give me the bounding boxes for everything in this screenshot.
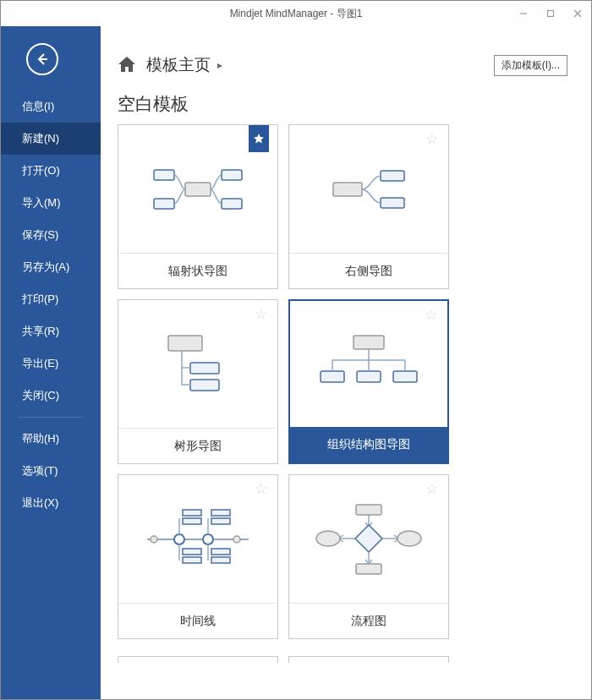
section-title: 空白模板 — [118, 92, 574, 116]
svg-rect-30 — [183, 557, 201, 563]
svg-rect-8 — [222, 170, 242, 180]
add-template-button[interactable]: 添加模板(I)... — [494, 55, 567, 76]
window-controls — [510, 1, 591, 26]
svg-rect-6 — [154, 170, 174, 180]
sidebar: 信息(I)新建(N)打开(O)导入(M)保存(S)另存为(A)打印(P)共享(R… — [1, 26, 101, 699]
svg-rect-40 — [356, 564, 381, 574]
svg-rect-1 — [548, 11, 554, 17]
svg-rect-12 — [381, 198, 404, 208]
svg-point-38 — [316, 531, 340, 546]
back-button[interactable] — [26, 43, 58, 75]
template-label: 组织结构图导图 — [290, 427, 447, 462]
svg-rect-32 — [211, 510, 230, 516]
template-preview-icon — [289, 125, 448, 253]
sidebar-item-8[interactable]: 导出(E) — [1, 347, 101, 380]
home-icon[interactable] — [118, 56, 136, 73]
sidebar-item-0[interactable]: 信息(I) — [1, 90, 101, 123]
template-card-radial[interactable]: 辐射状导图 — [118, 124, 278, 289]
template-card-peek[interactable] — [288, 656, 449, 663]
close-button[interactable] — [564, 1, 591, 26]
sidebar-bottom-item-1[interactable]: 选项(T) — [1, 455, 101, 487]
sidebar-item-4[interactable]: 保存(S) — [1, 219, 101, 251]
sidebar-item-5[interactable]: 另存为(A) — [1, 251, 101, 283]
next-row-peek — [118, 656, 574, 663]
svg-rect-11 — [381, 171, 404, 181]
minimize-button[interactable] — [510, 1, 537, 26]
svg-rect-37 — [356, 505, 381, 515]
main-area: 模板主页 ▸ 添加模板(I)... 空白模板 辐射状导图☆ 右侧导图☆ 树形导图… — [101, 26, 591, 699]
template-label: 树形导图 — [118, 428, 277, 463]
template-card-flowchart[interactable]: ☆ 流程图 — [288, 474, 449, 639]
maximize-button[interactable] — [537, 1, 564, 26]
svg-rect-15 — [190, 380, 219, 391]
svg-rect-26 — [183, 510, 201, 516]
svg-rect-17 — [321, 371, 344, 382]
template-preview-icon — [118, 300, 277, 428]
sidebar-bottom-item-0[interactable]: 帮助(H) — [1, 423, 101, 455]
titlebar: Mindjet MindManager - 导图1 — [1, 1, 591, 26]
template-preview-icon — [289, 475, 448, 603]
window-title: Mindjet MindManager - 导图1 — [1, 7, 591, 21]
svg-rect-19 — [393, 371, 417, 382]
template-label: 右侧导图 — [289, 253, 448, 288]
svg-point-22 — [174, 534, 184, 544]
svg-rect-18 — [357, 371, 381, 382]
template-label: 流程图 — [289, 603, 448, 638]
template-preview-icon — [290, 301, 447, 427]
sidebar-item-1[interactable]: 新建(N) — [1, 123, 101, 155]
sidebar-divider — [18, 417, 84, 418]
breadcrumb-title[interactable]: 模板主页 — [146, 54, 211, 76]
svg-rect-29 — [183, 549, 201, 555]
svg-rect-36 — [211, 557, 230, 563]
svg-rect-35 — [211, 549, 230, 555]
svg-rect-33 — [211, 518, 230, 524]
template-card-peek[interactable] — [118, 656, 278, 663]
template-preview-icon — [118, 125, 277, 253]
sidebar-item-3[interactable]: 导入(M) — [1, 187, 101, 219]
template-grid: 辐射状导图☆ 右侧导图☆ 树形导图☆ 组织结构图导图☆ 时间线☆ — [118, 124, 574, 639]
svg-rect-16 — [354, 336, 384, 349]
back-arrow-icon — [35, 52, 50, 67]
sidebar-item-2[interactable]: 打开(O) — [1, 155, 101, 187]
sidebar-item-7[interactable]: 共享(R) — [1, 315, 101, 347]
sidebar-item-6[interactable]: 打印(P) — [1, 283, 101, 315]
template-card-org[interactable]: ☆ 组织结构图导图 — [288, 299, 449, 464]
svg-rect-10 — [333, 183, 362, 196]
svg-rect-9 — [222, 199, 242, 209]
svg-point-21 — [151, 536, 157, 543]
template-card-right[interactable]: ☆ 右侧导图 — [288, 124, 449, 289]
content-area[interactable]: 空白模板 辐射状导图☆ 右侧导图☆ 树形导图☆ 组织结构图导图☆ — [101, 77, 591, 699]
sidebar-bottom-item-2[interactable]: 退出(X) — [1, 487, 101, 519]
svg-point-24 — [233, 536, 240, 543]
sidebar-item-9[interactable]: 关闭(C) — [1, 380, 101, 412]
svg-point-23 — [203, 534, 213, 544]
template-card-tree[interactable]: ☆ 树形导图 — [118, 299, 278, 464]
template-preview-icon — [118, 475, 277, 603]
template-card-timeline[interactable]: ☆ 时间线 — [118, 474, 278, 639]
svg-rect-27 — [183, 518, 201, 524]
template-label: 时间线 — [118, 603, 277, 638]
svg-point-39 — [397, 531, 421, 546]
svg-rect-13 — [168, 336, 202, 351]
svg-rect-5 — [185, 183, 211, 196]
breadcrumb-arrow-icon[interactable]: ▸ — [217, 59, 222, 71]
breadcrumb-row: 模板主页 ▸ 添加模板(I)... — [101, 26, 591, 77]
template-label: 辐射状导图 — [118, 253, 277, 288]
svg-rect-14 — [190, 363, 219, 374]
svg-rect-7 — [154, 199, 174, 209]
